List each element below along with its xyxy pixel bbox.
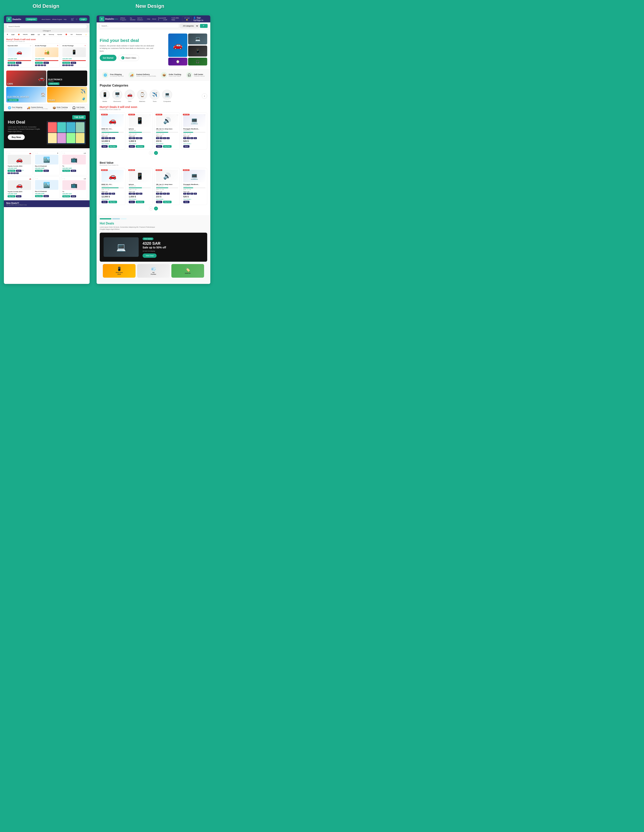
jbl-wishlist[interactable]: ♡ <box>176 114 179 117</box>
bmw-book-btn[interactable]: Book <box>101 145 108 148</box>
bv-bmw-details[interactable]: View Details › <box>101 198 124 200</box>
cat-banner-cars[interactable]: CARS 🚗 <box>6 70 46 86</box>
jbl-book-btn[interactable]: Book <box>156 145 162 148</box>
bv-bmw-book[interactable]: Book <box>101 201 108 203</box>
iphone-wishlist[interactable]: ♡ <box>149 114 151 117</box>
view-more-btn[interactable]: VIEW MORE <box>48 82 59 85</box>
cat-watches[interactable]: ⌚ Watches <box>137 90 147 102</box>
cat-banner-electrical[interactable]: ELECTRICAL DEVICES VIEW MORE 🏠 <box>6 87 46 102</box>
pagination-page-2[interactable]: 2 <box>154 151 158 155</box>
product-buy-2[interactable]: Buy Now <box>35 170 43 172</box>
watch-video-button[interactable]: ▶ Watch Video <box>118 55 139 61</box>
iphone-book-btn[interactable]: Book <box>129 145 135 148</box>
get-started-button[interactable]: Get Started <box>100 55 117 61</box>
book-btn-1[interactable]: Book <box>16 62 21 64</box>
jbl-buy-btn[interactable]: Buy Now <box>163 145 171 148</box>
wishlist-icon-1[interactable]: ♡ ☆ <box>8 152 10 154</box>
product-buy-3[interactable]: Buy Now <box>62 170 70 172</box>
wishlist-icon-5[interactable]: ♡ ☆ <box>35 178 38 179</box>
product-book-4[interactable]: Book <box>16 195 21 197</box>
nav-sell[interactable]: Sell On Dealson <box>137 17 145 21</box>
price-card[interactable]: 🏷️ $399.00 <box>171 264 204 278</box>
nav-link-about[interactable]: About Dealson <box>42 19 50 20</box>
ipad-product-card[interactable]: 📱 iPad mini2022 <box>103 264 136 278</box>
book-btn-3[interactable]: Book <box>71 62 76 64</box>
bmw-buy-btn[interactable]: Buy Now <box>109 145 117 148</box>
cat-banner-electronics[interactable]: ELECTRONICS 30 Deals VIEW MORE <box>47 70 87 86</box>
cat-mobile[interactable]: 📱 Mobile <box>100 90 110 102</box>
buy-now-button[interactable]: Buy Now <box>8 134 25 140</box>
wishlist-icon-3[interactable]: ♡ ☆ <box>62 152 65 154</box>
wishlist-icon-2[interactable]: ♡ ☆ <box>35 152 38 154</box>
jbl-view-details[interactable]: New Details › <box>156 143 178 144</box>
categories-next-arrow[interactable]: › <box>202 93 207 99</box>
cat-electronics[interactable]: 🖥️ Electronics <box>112 90 122 102</box>
nav-about[interactable]: About <box>152 18 156 20</box>
feature-shipping-title: Free Shipping <box>12 106 22 108</box>
bv-iphone-buy[interactable]: Buy Now <box>136 201 144 203</box>
nav-help[interactable]: Help <box>147 18 150 20</box>
product-buy-6[interactable]: Buy Now <box>62 195 70 197</box>
new-search-input[interactable] <box>99 24 179 28</box>
delivery-icon: 🚚 <box>27 106 30 109</box>
bv-bmw-buy[interactable]: Buy Now <box>109 201 117 203</box>
nav-wishlist[interactable]: My Wishlist <box>130 17 135 21</box>
categories-select[interactable]: All Categories Cars Electronics Tours <box>181 24 199 28</box>
bmw-view-details[interactable]: View Details › <box>101 143 124 144</box>
product-buy-5[interactable]: Buy Now <box>35 195 43 197</box>
pagination-prev[interactable]: ‹ <box>149 151 153 155</box>
buy-btn-3[interactable]: Buy Now <box>62 62 70 64</box>
macbook-view-details[interactable]: View Details › <box>183 143 205 144</box>
macbook-book-btn[interactable]: Book <box>183 145 190 148</box>
categories-button[interactable]: Categories <box>26 18 37 21</box>
bv-iphone-details[interactable]: View Details › <box>129 198 151 200</box>
bv-pagination-2[interactable]: 2 <box>154 206 158 210</box>
macbook-wishlist[interactable]: ♡ <box>204 114 206 117</box>
buy-btn-2[interactable]: Buy Now <box>35 62 43 64</box>
nav-brands[interactable]: Brands ▾ <box>158 17 163 21</box>
cat-computers[interactable]: 💻 Computers <box>162 90 172 102</box>
view-deal-button[interactable]: View Deal <box>142 253 157 258</box>
bmw-wishlist[interactable]: ♡ <box>122 114 124 117</box>
bv-jbl-book[interactable]: Book <box>156 201 162 203</box>
electrical-view-more-btn[interactable]: VIEW MORE <box>7 99 19 101</box>
cart-icon[interactable]: 🛒 <box>71 18 74 21</box>
product-buy-4[interactable]: Buy Now <box>8 195 15 197</box>
nav-link-help[interactable]: Help <box>64 19 66 20</box>
wishlist-icon[interactable]: ♡ <box>76 18 78 21</box>
product-book-2[interactable]: Book <box>43 170 49 172</box>
cat-tours[interactable]: ✈️ Tours <box>150 90 160 102</box>
wishlist-icon-4[interactable]: ♡ ☆ <box>8 178 10 180</box>
cat-banner-tours[interactable]: TOURS ✈️ 🧳 <box>47 87 87 102</box>
old-search-input[interactable] <box>6 24 87 29</box>
bv-iphone-book[interactable]: Book <box>129 201 135 203</box>
iphone-buy-btn[interactable]: Buy Now <box>136 145 144 148</box>
wishlist-icon-6[interactable]: ♡ ☆ <box>62 178 65 180</box>
bv-macbook-book[interactable]: Book <box>183 201 190 203</box>
nav-affiliate[interactable]: Affiliate Program <box>120 17 128 21</box>
accent-bar-2 <box>112 218 120 219</box>
product-buy-1[interactable]: Buy Now <box>8 170 15 172</box>
bv-pagination-prev[interactable]: ‹ <box>149 206 153 210</box>
bv-macbook-details[interactable]: View Details › <box>183 198 205 200</box>
product-book-6[interactable]: Book <box>71 195 76 197</box>
cat-cars[interactable]: 🚗 Cars <box>125 90 135 102</box>
air-purifier-card[interactable]: 💨 AirPurifier <box>137 264 170 278</box>
cart-button[interactable]: 🛒 Cart 🔔 <box>182 16 192 21</box>
product-book-5[interactable]: Book <box>43 195 49 197</box>
product-book-1[interactable]: Book <box>16 170 21 172</box>
buy-btn-1[interactable]: Buy Now <box>8 62 15 64</box>
login-button[interactable]: Login <box>79 18 87 21</box>
macbook-sold-text: Sold: 77 / 18 <box>183 133 205 134</box>
language-selector[interactable]: AR▾ · USD▾ <box>163 17 169 21</box>
bv-jbl-details[interactable]: New Details › <box>156 198 178 200</box>
iphone-view-details[interactable]: View Details › <box>129 143 151 144</box>
electronics-icon: 🖥️ <box>112 90 122 100</box>
nav-link-affiliate[interactable]: Affiliate Program <box>52 19 62 20</box>
product-book-3[interactable]: Book <box>71 170 76 172</box>
nav-home[interactable]: Home <box>114 18 118 20</box>
new-search-button[interactable]: 🔍 <box>200 24 208 28</box>
signin-link[interactable]: 👤 Sign Up/Sign In <box>193 16 208 21</box>
book-btn-2[interactable]: Book <box>43 62 49 64</box>
bv-jbl-buy[interactable]: Buy Now <box>163 201 171 203</box>
